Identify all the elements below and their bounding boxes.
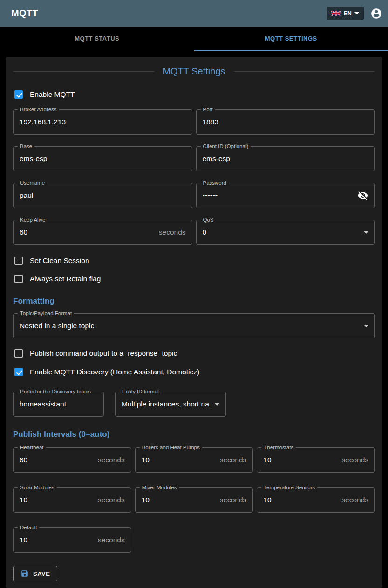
client-id-field[interactable]: Client ID (Optional) ems-esp — [196, 146, 375, 171]
tab-mqtt-status[interactable]: MQTT STATUS — [0, 27, 194, 51]
field-label: Broker Address — [18, 107, 59, 112]
field-value: 10 — [20, 496, 27, 504]
field-label: Base — [18, 143, 34, 149]
enable-mqtt-checkbox[interactable]: Enable MQTT — [14, 89, 375, 100]
field-value: 1883 — [203, 118, 218, 126]
field-label: Mixer Modules — [140, 485, 179, 490]
field-value: ems-esp — [203, 155, 230, 163]
field-value: 10 — [142, 496, 150, 504]
discovery-prefix-field[interactable]: Prefix for the Discovery topics homeassi… — [13, 392, 104, 417]
save-button[interactable]: SAVE — [13, 566, 57, 581]
app-bar-actions: EN — [327, 7, 382, 20]
username-field[interactable]: Username paul — [13, 183, 192, 208]
interval-heartbeat-field[interactable]: Heartbeat 60 seconds — [13, 447, 131, 473]
field-label: Entity ID format — [120, 389, 161, 394]
field-value: 0 — [203, 228, 207, 237]
field-label: Password — [201, 180, 229, 186]
account-button[interactable] — [370, 7, 382, 20]
field-suffix: seconds — [220, 456, 247, 464]
field-value: 10 — [263, 496, 271, 504]
entity-id-format-select[interactable]: Multiple instances, short name Entity ID… — [115, 392, 226, 417]
field-value: 60 — [20, 456, 27, 464]
dropdown-caret-icon — [364, 325, 368, 327]
intervals-grid: Heartbeat 60 seconds Boilers and Heat Pu… — [13, 447, 375, 553]
field-suffix: seconds — [98, 456, 125, 464]
field-suffix: seconds — [341, 456, 368, 464]
field-suffix: seconds — [159, 228, 186, 237]
save-button-label: SAVE — [33, 570, 50, 577]
discovery-fields-row: Prefix for the Discovery topics homeassi… — [13, 392, 375, 417]
field-value: ems-esp — [20, 155, 47, 163]
base-field[interactable]: Base ems-esp — [13, 146, 192, 171]
field-label: Default — [18, 525, 39, 530]
mqtt-discovery-checkbox[interactable]: Enable MQTT Discovery (Home Assistant, D… — [14, 366, 375, 378]
tab-bar: MQTT STATUS MQTT SETTINGS — [0, 27, 388, 51]
publish-response-checkbox[interactable]: Publish command output to a `response` t… — [14, 348, 375, 359]
checkbox-icon — [14, 257, 23, 265]
interval-default-field[interactable]: Default 10 seconds — [13, 527, 131, 553]
dropdown-caret-icon — [364, 231, 368, 234]
divider-line — [13, 71, 154, 72]
field-value: 60 — [20, 228, 27, 237]
interval-solar-field[interactable]: Solar Modules 10 seconds — [13, 487, 131, 513]
page-title: MQTT Settings — [163, 66, 225, 77]
save-icon — [20, 569, 29, 578]
interval-thermostats-field[interactable]: Thermostats 10 seconds — [257, 447, 375, 473]
interval-temperature-field[interactable]: Temperature Sensors 10 seconds — [257, 487, 375, 513]
divider-line — [234, 71, 375, 72]
account-icon — [370, 7, 382, 20]
tab-mqtt-settings[interactable]: MQTT SETTINGS — [194, 27, 388, 51]
field-label: Username — [18, 180, 47, 186]
field-suffix: seconds — [220, 496, 247, 504]
checkbox-label: Enable MQTT Discovery (Home Assistant, D… — [30, 368, 199, 376]
dropdown-caret-icon — [215, 403, 219, 406]
interval-boilers-field[interactable]: Boilers and Heat Pumps 10 seconds — [135, 447, 253, 473]
publish-intervals-heading: Publish Intervals (0=auto) — [13, 430, 375, 439]
broker-address-field[interactable]: Broker Address 192.168.1.213 — [13, 109, 192, 135]
caret-down-icon — [354, 12, 359, 14]
formatting-heading: Formatting — [13, 297, 375, 306]
checkbox-label: Enable MQTT — [30, 90, 75, 99]
qos-select[interactable]: QoS 0 — [196, 220, 375, 245]
field-label: Thermostats — [261, 445, 296, 450]
field-label: Keep Alive — [18, 217, 48, 223]
app-bar: MQTT EN — [0, 0, 388, 27]
page-title-row: MQTT Settings — [13, 66, 375, 77]
field-value: 10 — [142, 456, 150, 464]
field-value: •••••• — [203, 191, 218, 200]
port-field[interactable]: Port 1883 — [196, 109, 375, 135]
language-selector-button[interactable]: EN — [327, 7, 364, 20]
settings-card: MQTT Settings Enable MQTT Broker Address… — [6, 57, 382, 588]
field-suffix: seconds — [98, 496, 125, 504]
field-label: Topic/Payload Format — [18, 311, 74, 316]
connection-fields-grid: Broker Address 192.168.1.213 Port 1883 B… — [13, 109, 375, 245]
visibility-off-icon — [357, 190, 368, 201]
field-label: Solar Modules — [18, 485, 57, 490]
app-title: MQTT — [11, 8, 38, 19]
field-value: Nested in a single topic — [20, 322, 94, 330]
checkbox-icon — [14, 349, 23, 358]
field-suffix: seconds — [341, 496, 368, 504]
field-value: paul — [20, 191, 33, 200]
topic-payload-format-select[interactable]: Topic/Payload Format Nested in a single … — [13, 313, 375, 338]
retain-flag-checkbox[interactable]: Always set Retain flag — [14, 273, 375, 284]
field-value: 10 — [263, 456, 271, 464]
clean-session-checkbox[interactable]: Set Clean Session — [14, 255, 375, 266]
keep-alive-field[interactable]: Keep Alive 60 seconds — [13, 220, 192, 245]
field-label: Temperature Sensors — [261, 485, 317, 490]
field-label: Prefix for the Discovery topics — [18, 389, 93, 394]
field-suffix: seconds — [98, 536, 125, 544]
field-value: homeassistant — [20, 400, 66, 408]
password-field[interactable]: Password •••••• — [196, 183, 375, 208]
checkbox-label: Set Clean Session — [30, 257, 89, 265]
field-label: Client ID (Optional) — [201, 143, 251, 149]
field-label: QoS — [201, 217, 216, 223]
field-value: Multiple instances, short name — [122, 400, 209, 408]
toggle-password-visibility-button[interactable] — [357, 190, 368, 201]
field-label: Boilers and Heat Pumps — [140, 445, 202, 450]
language-label: EN — [344, 10, 352, 17]
uk-flag-icon — [331, 11, 341, 16]
checkbox-label: Always set Retain flag — [30, 275, 101, 283]
interval-mixer-field[interactable]: Mixer Modules 10 seconds — [135, 487, 253, 513]
checkbox-icon — [14, 275, 23, 283]
